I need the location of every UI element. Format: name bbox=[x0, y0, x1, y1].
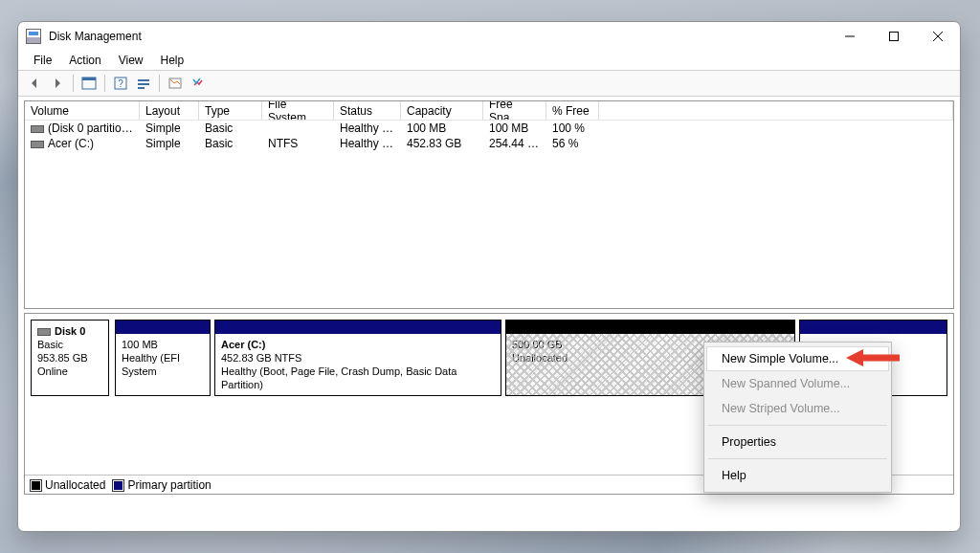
ctx-properties[interactable]: Properties bbox=[706, 430, 889, 454]
menu-view[interactable]: View bbox=[111, 52, 151, 69]
volume-list-header: Volume Layout Type File System Status Ca… bbox=[25, 101, 953, 121]
toolbar: ? bbox=[18, 70, 960, 97]
disk-type: Basic bbox=[37, 339, 63, 350]
partition-primary[interactable]: Acer (C:)452.83 GB NTFSHealthy (Boot, Pa… bbox=[214, 320, 501, 396]
svg-rect-5 bbox=[138, 79, 149, 81]
forward-button[interactable] bbox=[47, 73, 68, 94]
legend-unallocated: Unallocated bbox=[31, 478, 105, 492]
svg-rect-6 bbox=[138, 83, 149, 85]
window-title: Disk Management bbox=[49, 30, 142, 43]
close-button[interactable] bbox=[916, 22, 960, 51]
help-button[interactable]: ? bbox=[110, 73, 131, 94]
svg-rect-0 bbox=[890, 33, 899, 41]
col-volume[interactable]: Volume bbox=[25, 101, 140, 120]
ctx-new-striped-volume: New Striped Volume... bbox=[706, 396, 889, 421]
volume-list: Volume Layout Type File System Status Ca… bbox=[24, 100, 954, 309]
menu-help[interactable]: Help bbox=[153, 52, 192, 69]
col-type[interactable]: Type bbox=[199, 101, 262, 120]
disk-label: Disk 0 bbox=[55, 325, 85, 337]
col-capacity[interactable]: Capacity bbox=[401, 101, 483, 120]
window-buttons bbox=[828, 22, 960, 51]
ctx-separator bbox=[708, 458, 887, 459]
volume-list-body: (Disk 0 partition 1)SimpleBasicHealthy (… bbox=[25, 121, 953, 151]
svg-text:?: ? bbox=[118, 78, 123, 89]
action-list-button[interactable] bbox=[133, 73, 154, 94]
menu-file[interactable]: File bbox=[26, 52, 59, 69]
ctx-new-spanned-volume: New Spanned Volume... bbox=[706, 371, 889, 396]
disk-state: Online bbox=[37, 365, 68, 377]
view-top-button[interactable] bbox=[165, 73, 186, 94]
col-spacer bbox=[599, 101, 953, 120]
col-pctfree[interactable]: % Free bbox=[546, 101, 599, 120]
ctx-help[interactable]: Help bbox=[706, 463, 889, 488]
col-free[interactable]: Free Spa... bbox=[483, 101, 546, 120]
col-status[interactable]: Status bbox=[334, 101, 401, 120]
disk-size: 953.85 GB bbox=[37, 352, 88, 364]
annotation-arrow bbox=[846, 347, 900, 371]
partition-primary[interactable]: 100 MBHealthy (EFI System bbox=[115, 320, 211, 396]
col-layout[interactable]: Layout bbox=[140, 101, 199, 120]
disk-icon bbox=[37, 328, 51, 336]
minimize-button[interactable] bbox=[828, 22, 872, 51]
legend-primary: Primary partition bbox=[113, 478, 211, 492]
svg-rect-7 bbox=[138, 87, 145, 89]
title-bar: Disk Management bbox=[18, 22, 960, 51]
maximize-button[interactable] bbox=[872, 22, 916, 51]
volume-row[interactable]: Acer (C:)SimpleBasicNTFSHealthy (B...452… bbox=[25, 136, 953, 151]
svg-rect-2 bbox=[82, 77, 96, 80]
menu-action[interactable]: Action bbox=[61, 52, 108, 69]
app-icon bbox=[26, 29, 41, 44]
back-button[interactable] bbox=[24, 73, 45, 94]
volume-row[interactable]: (Disk 0 partition 1)SimpleBasicHealthy (… bbox=[25, 121, 953, 136]
view-bottom-button[interactable] bbox=[188, 73, 209, 94]
col-filesystem[interactable]: File System bbox=[262, 101, 334, 120]
menu-bar: File Action View Help bbox=[18, 51, 960, 70]
show-hide-console-tree[interactable] bbox=[78, 73, 100, 94]
ctx-separator bbox=[708, 425, 887, 426]
disk-info[interactable]: Disk 0 Basic 953.85 GB Online bbox=[31, 320, 109, 396]
